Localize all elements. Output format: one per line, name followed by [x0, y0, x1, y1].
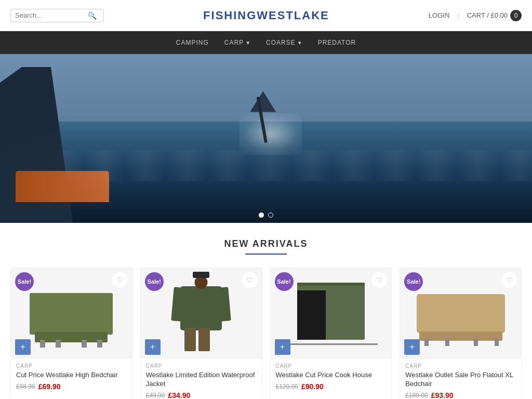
product-card-2: Sale! ♡	[140, 268, 262, 399]
wishlist-button-4[interactable]: ♡	[501, 272, 517, 288]
coarse-dropdown-arrow: ▼	[297, 40, 302, 46]
product-info-3: CARP Westlake Cut Price Cook House £120.…	[271, 359, 392, 396]
product-image-wrapper-4: Sale! ♡ +	[400, 268, 521, 359]
heart-icon-4: ♡	[506, 276, 513, 284]
product-name-3: Westlake Cut Price Cook House	[276, 371, 387, 380]
product-image-wrapper-3: Sale! ♡ +	[271, 268, 392, 359]
hero-boat	[16, 171, 109, 202]
nav-item-carp-wrapper: CARP ▼	[224, 39, 250, 46]
add-to-cart-button-4[interactable]: +	[404, 339, 420, 355]
search-icon: 🔍	[88, 11, 97, 20]
header-divider: |	[457, 11, 459, 19]
heart-icon-2: ♡	[246, 276, 253, 284]
slider-dots	[259, 212, 273, 218]
section-divider	[245, 254, 287, 255]
plus-icon-1: +	[20, 342, 25, 352]
add-to-cart-button-3[interactable]: +	[275, 339, 290, 355]
product-card-3: Sale! ♡ +	[270, 268, 392, 399]
hero-overlay	[0, 54, 532, 223]
search-input[interactable]	[15, 11, 88, 19]
price-wrapper-1: £88.90 £69.90	[16, 382, 127, 391]
nav-item-carp[interactable]: CARP	[224, 39, 244, 46]
plus-icon-2: +	[150, 342, 155, 352]
heart-icon-3: ♡	[376, 276, 383, 284]
carp-dropdown-arrow: ▼	[245, 40, 250, 46]
plus-icon-4: +	[410, 342, 415, 352]
nav-item-camping[interactable]: CAMPING	[176, 39, 209, 46]
price-old-3: £120.00	[276, 383, 298, 390]
nav-item-coarse[interactable]: COARSE	[266, 39, 296, 46]
plus-icon-3: +	[280, 342, 285, 352]
price-old-1: £88.90	[16, 383, 35, 390]
sale-badge-3: Sale!	[275, 272, 294, 291]
product-category-4: CARP	[405, 363, 516, 369]
sale-badge-2: Sale!	[145, 272, 164, 291]
wishlist-button-1[interactable]: ♡	[112, 272, 128, 288]
nav-item-predator[interactable]: PREDATOR	[318, 39, 356, 46]
product-card-4: Sale! ♡ + CARP Westlake Outlet Sale Pro …	[400, 268, 522, 399]
product-image-bivvy	[289, 283, 373, 345]
price-old-2: £49.90	[146, 392, 165, 399]
search-bar: 🔍	[10, 9, 104, 22]
header-actions: LOGIN | CART / £0.00 0	[429, 10, 522, 21]
add-to-cart-button-2[interactable]: +	[145, 339, 161, 355]
product-name-1: Cut Price Westlake High Bedchair	[16, 371, 127, 380]
price-new-3: £90.90	[301, 382, 324, 391]
search-button[interactable]: 🔍	[88, 11, 97, 20]
add-to-cart-button-1[interactable]: +	[15, 339, 31, 355]
price-new-4: £93.90	[431, 391, 454, 399]
sale-badge-1: Sale!	[15, 272, 34, 291]
price-new-2: £34.90	[168, 391, 190, 399]
price-wrapper-3: £120.00 £90.90	[276, 382, 387, 391]
price-old-4: £189.00	[405, 392, 428, 399]
section-title: NEW ARRIVALS	[10, 238, 522, 249]
main-nav: CAMPING CARP ▼ COARSE ▼ PREDATOR	[0, 31, 532, 54]
product-category-1: CARP	[16, 363, 127, 369]
cart-label: CART / £0.00	[467, 11, 508, 19]
wishlist-button-2[interactable]: ♡	[242, 272, 258, 288]
hero-splash	[240, 113, 302, 155]
price-new-1: £69.90	[38, 382, 61, 391]
cart-button[interactable]: CART / £0.00 0	[467, 10, 522, 21]
product-image-wrapper-2: Sale! ♡	[141, 268, 262, 359]
sale-badge-4: Sale!	[404, 272, 423, 291]
nav-item-coarse-wrapper: COARSE ▼	[266, 39, 302, 46]
price-wrapper-4: £189.00 £93.90	[405, 391, 516, 399]
product-name-2: Westlake Limited Edition Waterproof Jack…	[146, 371, 257, 389]
slider-dot-1[interactable]	[259, 212, 264, 218]
product-card-1: Sale! ♡ + CARP Cut Price Westlake High B…	[10, 268, 132, 399]
product-image-wrapper-1: Sale! ♡ +	[11, 268, 132, 359]
price-wrapper-2: £49.90 £34.90	[146, 391, 257, 399]
product-category-3: CARP	[276, 363, 387, 369]
login-link[interactable]: LOGIN	[429, 11, 449, 19]
product-image-flatout	[417, 294, 505, 333]
products-grid: Sale! ♡ + CARP Cut Price Westlake High B…	[10, 268, 522, 399]
new-arrivals-section: NEW ARRIVALS Sale! ♡ + CARP Cut Price We…	[0, 223, 532, 399]
cart-count-badge: 0	[510, 10, 522, 21]
site-logo[interactable]: FISHINGWESTLAKE	[203, 9, 329, 22]
product-category-2: CARP	[146, 363, 257, 369]
product-image-jacket	[175, 276, 227, 351]
heart-icon-1: ♡	[116, 276, 123, 284]
product-info-1: CARP Cut Price Westlake High Bedchair £8…	[11, 359, 132, 396]
product-image-bedchair	[30, 293, 113, 335]
slider-dot-2[interactable]	[268, 212, 273, 218]
site-header: 🔍 FISHINGWESTLAKE LOGIN | CART / £0.00 0	[0, 0, 532, 31]
wishlist-button-3[interactable]: ♡	[371, 272, 387, 288]
hero-slider	[0, 54, 532, 223]
product-name-4: Westlake Outlet Sale Pro Flatout XL Bedc…	[405, 371, 516, 389]
product-info-2: CARP Westlake Limited Edition Waterproof…	[141, 359, 262, 399]
product-info-4: CARP Westlake Outlet Sale Pro Flatout XL…	[400, 359, 521, 399]
